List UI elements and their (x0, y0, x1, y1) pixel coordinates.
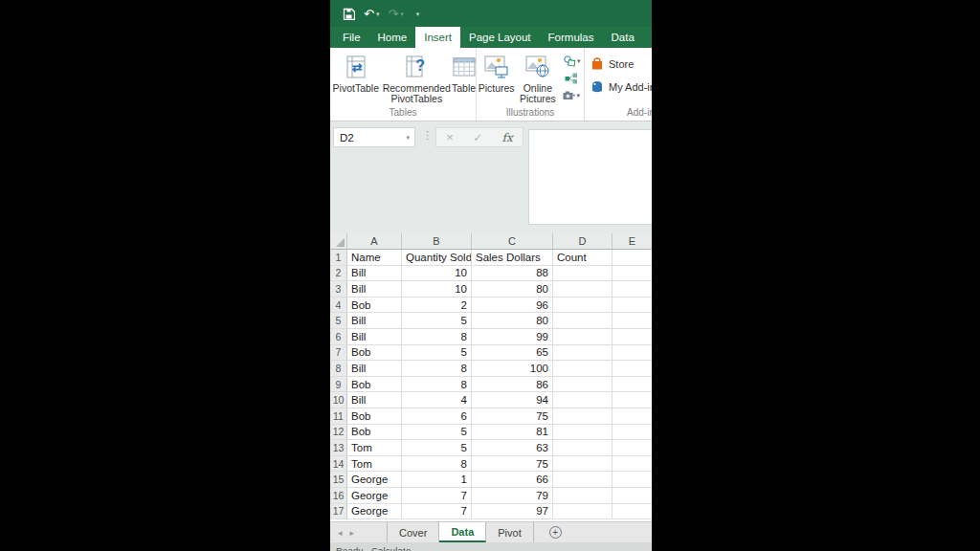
sheet-tab-cover[interactable]: Cover (387, 522, 439, 542)
row-header-15[interactable]: 15 (330, 472, 347, 487)
cell[interactable] (612, 425, 652, 440)
table-button[interactable]: Table (452, 52, 476, 94)
store-button[interactable]: Store (590, 57, 652, 71)
cell[interactable]: 8 (402, 456, 472, 472)
cell[interactable]: 6 (402, 408, 472, 424)
recommended-pivottables-button[interactable]: ? Recommended PivotTables (382, 52, 452, 104)
cell[interactable]: Bill (347, 313, 402, 328)
cell[interactable]: Sales Dollars (472, 250, 553, 265)
cell[interactable]: 5 (402, 345, 472, 361)
row-header-7[interactable]: 7 (330, 345, 347, 361)
cell[interactable] (612, 408, 652, 424)
smartart-button[interactable] (559, 71, 584, 85)
cell[interactable] (553, 266, 612, 281)
row-header-13[interactable]: 13 (330, 440, 347, 455)
formula-input[interactable] (528, 129, 652, 225)
cell[interactable]: 7 (402, 504, 472, 519)
cell[interactable] (553, 408, 612, 424)
row-header-2[interactable]: 2 (330, 266, 347, 281)
row-header-4[interactable]: 4 (330, 298, 347, 313)
cell[interactable]: 63 (472, 440, 553, 455)
cell[interactable] (612, 250, 652, 265)
cell[interactable]: 100 (472, 361, 553, 376)
tab-insert[interactable]: Insert (415, 27, 460, 48)
pivottable-button[interactable]: ⇄ PivotTable (330, 52, 382, 94)
undo-button[interactable]: ↶ ▾ (364, 8, 379, 20)
cell[interactable] (612, 329, 652, 344)
pictures-button[interactable]: Pictures (477, 52, 516, 94)
undo-dropdown-icon[interactable]: ▾ (376, 11, 380, 17)
cell[interactable]: 5 (402, 425, 472, 440)
cell[interactable]: 81 (472, 425, 553, 440)
cell[interactable]: 94 (472, 392, 553, 408)
cell[interactable]: 97 (472, 504, 553, 519)
cell[interactable] (553, 488, 612, 503)
cell[interactable] (612, 345, 652, 361)
insert-function-icon[interactable]: fx (502, 131, 513, 144)
column-header-d[interactable]: D (553, 233, 612, 249)
tab-review[interactable]: Review (643, 27, 652, 48)
cell[interactable] (553, 440, 612, 455)
sheet-tab-data[interactable]: Data (439, 522, 486, 542)
cell[interactable]: 10 (402, 266, 472, 281)
cell[interactable]: George (347, 504, 402, 519)
cell[interactable]: Bob (347, 298, 402, 313)
online-pictures-button[interactable]: Online Pictures (516, 52, 559, 104)
row-header-17[interactable]: 17 (330, 504, 347, 519)
cell[interactable]: 80 (472, 313, 553, 328)
cell[interactable]: Bob (347, 425, 402, 440)
cell[interactable]: Bill (347, 329, 402, 344)
sheet-nav-right-icon[interactable]: ▸ (350, 528, 355, 538)
tab-file[interactable]: File (334, 27, 369, 48)
row-header-6[interactable]: 6 (330, 329, 347, 344)
save-icon[interactable] (343, 8, 355, 20)
cell[interactable] (553, 329, 612, 344)
cell[interactable]: Bill (347, 392, 402, 408)
sheet-tab-pivot[interactable]: Pivot (486, 522, 533, 542)
cell[interactable]: 2 (402, 298, 472, 313)
cell[interactable] (553, 377, 612, 392)
cell[interactable]: Tom (347, 440, 402, 455)
cell[interactable]: 65 (472, 345, 553, 361)
column-header-c[interactable]: C (472, 233, 553, 249)
cell[interactable]: Name (347, 250, 402, 265)
name-box[interactable]: D2 ▾ (333, 127, 415, 147)
cell[interactable]: 1 (402, 472, 472, 487)
cell[interactable]: Tom (347, 456, 402, 472)
cell[interactable] (612, 488, 652, 503)
cell[interactable]: 66 (472, 472, 553, 487)
cell[interactable] (553, 345, 612, 361)
row-header-1[interactable]: 1 (330, 250, 347, 265)
cell[interactable]: 7 (402, 488, 472, 503)
cell[interactable]: 4 (402, 392, 472, 408)
row-header-3[interactable]: 3 (330, 281, 347, 297)
name-box-dropdown-icon[interactable]: ▾ (406, 134, 410, 142)
row-header-10[interactable]: 10 (330, 392, 347, 408)
cell[interactable] (553, 504, 612, 519)
shapes-button[interactable]: ▾ (559, 54, 584, 68)
cell[interactable]: Bill (347, 281, 402, 297)
cell[interactable] (553, 472, 612, 487)
cell[interactable] (612, 504, 652, 519)
cell[interactable]: Bill (347, 266, 402, 281)
tab-page-layout[interactable]: Page Layout (460, 27, 540, 48)
cell[interactable]: 96 (472, 298, 553, 313)
cell[interactable] (612, 298, 652, 313)
cell[interactable]: 75 (472, 456, 553, 472)
row-header-16[interactable]: 16 (330, 488, 347, 503)
row-header-9[interactable]: 9 (330, 377, 347, 392)
tab-home[interactable]: Home (369, 27, 416, 48)
tab-data[interactable]: Data (603, 27, 643, 48)
cell[interactable] (612, 361, 652, 376)
my-addins-button[interactable]: My Add-ins ▾ (590, 80, 652, 93)
cell[interactable] (553, 456, 612, 472)
tab-formulas[interactable]: Formulas (540, 27, 603, 48)
cell[interactable]: 5 (402, 313, 472, 328)
redo-button[interactable]: ↷ ▾ (388, 8, 403, 20)
select-all-button[interactable] (330, 233, 347, 249)
cell[interactable]: Bill (347, 361, 402, 376)
cell[interactable]: 86 (472, 377, 553, 392)
cell[interactable] (612, 313, 652, 328)
cell[interactable] (612, 281, 652, 297)
cell[interactable]: 8 (402, 329, 472, 344)
